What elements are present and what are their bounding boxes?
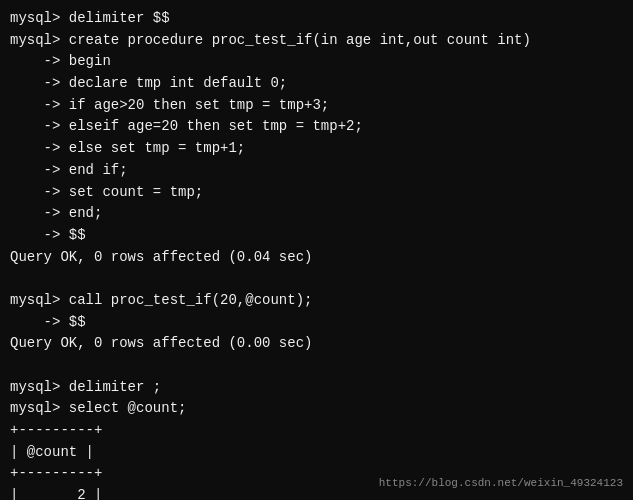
terminal-line: mysql> create procedure proc_test_if(in … [10,30,623,52]
terminal-line: -> elseif age=20 then set tmp = tmp+2; [10,116,623,138]
empty-line [10,355,623,377]
terminal-line: Query OK, 0 rows affected (0.04 sec) [10,247,623,269]
terminal-line: -> if age>20 then set tmp = tmp+3; [10,95,623,117]
terminal-line: mysql> select @count; [10,398,623,420]
terminal: mysql> delimiter $$mysql> create procedu… [0,0,633,500]
terminal-line: -> end; [10,203,623,225]
terminal-line: Query OK, 0 rows affected (0.00 sec) [10,333,623,355]
terminal-line: -> else set tmp = tmp+1; [10,138,623,160]
empty-line [10,268,623,290]
terminal-line: -> begin [10,51,623,73]
terminal-line: +---------+ [10,420,623,442]
terminal-line: -> end if; [10,160,623,182]
terminal-line: -> $$ [10,312,623,334]
terminal-line: mysql> delimiter $$ [10,8,623,30]
terminal-line: mysql> call proc_test_if(20,@count); [10,290,623,312]
watermark: https://blog.csdn.net/weixin_49324123 [379,475,623,492]
terminal-line: -> set count = tmp; [10,182,623,204]
terminal-line: -> $$ [10,225,623,247]
terminal-line: -> declare tmp int default 0; [10,73,623,95]
terminal-line: mysql> delimiter ; [10,377,623,399]
terminal-line: | @count | [10,442,623,464]
